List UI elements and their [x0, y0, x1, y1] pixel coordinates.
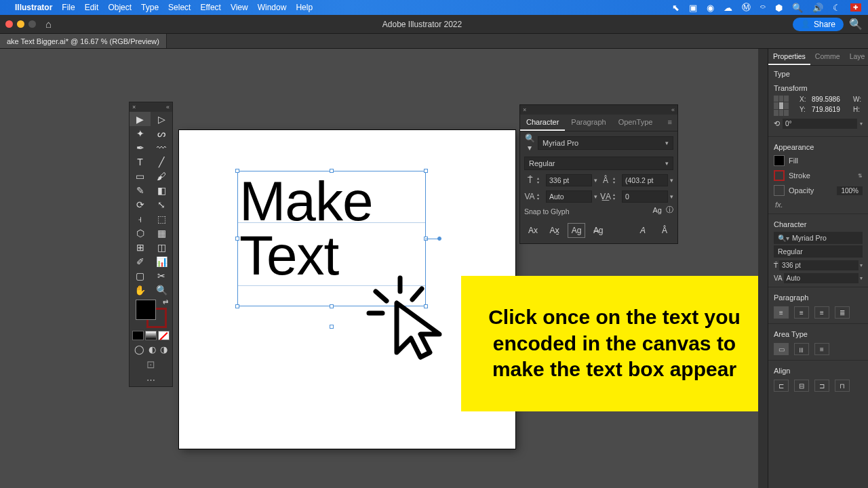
mesh-tool[interactable]: ⊞ [130, 240, 151, 254]
tab-properties[interactable]: Properties [768, 49, 810, 65]
search-font-icon[interactable]: 🔍▾ [524, 134, 535, 152]
swap-fill-stroke-icon[interactable]: ⇄ [163, 298, 168, 306]
props-font-style-field[interactable]: Regular [774, 245, 863, 258]
fill-swatch[interactable] [774, 155, 785, 166]
kerning-field[interactable]: Auto [546, 190, 592, 203]
tracking-field[interactable]: 0 [622, 190, 668, 203]
tab-comments[interactable]: Comme [810, 49, 845, 65]
glyph-anchor-btn[interactable]: Â [656, 223, 673, 238]
moon-icon[interactable]: ☾ [833, 3, 841, 13]
size-stepper[interactable]: ▴▾ [537, 176, 544, 184]
graph-tool[interactable]: 📊 [151, 254, 172, 268]
y-field[interactable]: 719.8619 [812, 106, 850, 113]
x-field[interactable]: 899.5986 [812, 96, 850, 103]
paintbrush-tool[interactable]: 🖌 [151, 169, 172, 183]
menu-select[interactable]: Select [168, 3, 191, 12]
align-left-button[interactable]: ≡ [774, 306, 789, 319]
tray-icon[interactable]: ▣ [689, 3, 697, 13]
sound-icon[interactable]: 🔊 [812, 3, 823, 13]
scale-tool[interactable]: ⤡ [151, 197, 172, 211]
reference-point-grid[interactable] [774, 96, 789, 116]
font-size-field[interactable]: 336 pt [546, 174, 592, 186]
panel-menu-icon[interactable]: ≡ [663, 115, 677, 131]
fill-stroke-swatch[interactable]: ⇄ [136, 300, 167, 328]
chevron-down-icon[interactable]: ▾ [665, 160, 669, 167]
minimize-window-icon[interactable] [17, 20, 24, 28]
kerning-stepper[interactable]: ▴▾ [537, 192, 544, 201]
area-cols-button[interactable]: ⫼ [794, 343, 809, 355]
share-button[interactable]: 👤 Share [793, 18, 844, 31]
m-icon[interactable]: Ⓜ [742, 1, 751, 14]
chevron-down-icon[interactable]: ▾ [860, 275, 863, 281]
snap-toggle-icon[interactable]: Ag [653, 206, 662, 214]
color-mode-swatch[interactable] [132, 331, 144, 340]
perspective-tool[interactable]: ▦ [151, 226, 172, 240]
menu-effect[interactable]: Effect [200, 3, 220, 12]
draw-behind-icon[interactable]: ◐ [149, 344, 156, 354]
pen-tool[interactable]: ✒ [130, 140, 151, 155]
chevron-down-icon[interactable]: ▾ [670, 177, 673, 184]
align-v-top-button[interactable]: ⊓ [835, 380, 850, 392]
rotate-tool[interactable]: ⟳ [130, 197, 151, 211]
zoom-tool[interactable]: 🔍 [151, 283, 172, 297]
gradient-tool[interactable]: ◫ [151, 240, 172, 254]
handle-top-right[interactable] [424, 169, 428, 173]
eyedropper-tool[interactable]: ✐ [130, 254, 151, 268]
width-tool[interactable]: ⫞ [130, 211, 151, 226]
type-tool[interactable]: T [130, 155, 151, 169]
area-rows-button[interactable]: ≡ [814, 343, 829, 355]
menu-file[interactable]: File [62, 3, 75, 12]
search-icon[interactable]: 🔍 [849, 18, 863, 30]
justify-button[interactable]: ≣ [835, 306, 850, 319]
slice-tool[interactable]: ✂ [151, 268, 172, 283]
align-right-button[interactable]: ≡ [814, 306, 829, 319]
font-family-field[interactable]: Myriad Pro▾ [538, 136, 673, 150]
rectangle-tool[interactable]: ▭ [130, 169, 151, 183]
align-h-left-button[interactable]: ⊏ [774, 380, 789, 392]
spotlight-icon[interactable]: 🔍 [792, 3, 803, 13]
stroke-weight-stepper[interactable]: ⇅ [858, 173, 863, 179]
tracking-stepper[interactable]: ▴▾ [613, 192, 620, 201]
align-h-center-button[interactable]: ⊟ [794, 380, 809, 392]
menu-edit[interactable]: Edit [85, 3, 99, 12]
hand-tool[interactable]: ✋ [130, 283, 151, 297]
cube-icon[interactable]: ⬢ [775, 3, 783, 13]
maximize-window-icon[interactable] [28, 20, 36, 28]
eraser-tool[interactable]: ◧ [151, 183, 172, 197]
glyph-baseline-btn[interactable]: Ax [524, 223, 542, 238]
close-window-icon[interactable] [5, 20, 13, 28]
tab-character[interactable]: Character [520, 115, 565, 131]
tab-layers[interactable]: Laye [845, 49, 868, 65]
opacity-field[interactable]: 100% [837, 186, 863, 195]
collapse-icon[interactable]: « [671, 106, 675, 113]
handle-thread[interactable] [330, 325, 334, 329]
collapse-icon[interactable]: « [166, 104, 170, 110]
leading-stepper[interactable]: ▴▾ [613, 176, 620, 184]
tab-opentype[interactable]: OpenType [612, 115, 659, 131]
window-controls[interactable] [5, 20, 36, 28]
menu-view[interactable]: View [231, 3, 248, 12]
flag-icon[interactable]: ✚ [850, 3, 861, 12]
fx-button[interactable]: fx. [768, 198, 868, 211]
chevron-down-icon[interactable]: ▾ [594, 193, 597, 200]
cursor-icon[interactable]: ⬉ [672, 3, 679, 13]
shaper-tool[interactable]: ✎ [130, 183, 151, 197]
gradient-mode-swatch[interactable] [145, 331, 157, 340]
leading-field[interactable]: (403.2 pt [622, 174, 668, 186]
rotation-field[interactable]: 0° [783, 119, 857, 129]
chevron-down-icon[interactable]: ▾ [670, 193, 673, 200]
align-center-button[interactable]: ≡ [794, 306, 809, 319]
menu-type[interactable]: Type [141, 3, 159, 12]
menu-window[interactable]: Window [258, 3, 287, 12]
handle-mid-left[interactable] [235, 237, 239, 241]
magic-wand-tool[interactable]: ✦ [130, 126, 151, 140]
out-port-handle[interactable] [437, 237, 441, 241]
line-tool[interactable]: ╱ [151, 155, 172, 169]
stroke-swatch[interactable] [774, 170, 785, 181]
handle-bot-left[interactable] [235, 304, 239, 308]
glyph-em-btn[interactable]: A̶g [589, 223, 607, 238]
chevron-down-icon[interactable]: ▾ [665, 140, 669, 146]
opacity-swatch[interactable] [774, 185, 785, 196]
free-transform-tool[interactable]: ⬚ [151, 211, 172, 226]
menu-object[interactable]: Object [108, 3, 132, 12]
